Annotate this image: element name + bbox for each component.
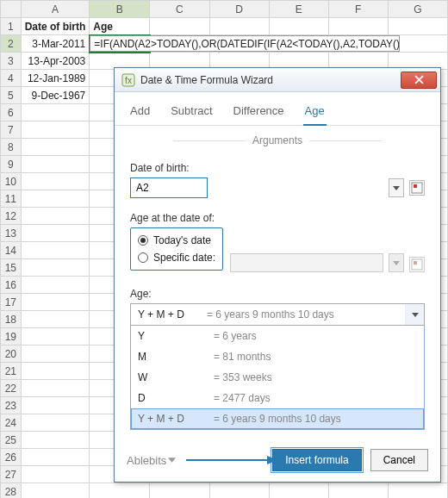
dob-dropdown-arrow[interactable] bbox=[389, 178, 404, 197]
cell-F1[interactable] bbox=[328, 18, 388, 35]
row-header-21[interactable]: 21 bbox=[1, 363, 22, 380]
formula-edit-overlay[interactable]: =IF(AND(A2>TODAY(),OR(DATEDIF(IF(A2<TODA… bbox=[90, 35, 400, 52]
dialog-footer: Ablebits Insert formula Cancel bbox=[115, 440, 440, 482]
chevron-down-icon bbox=[393, 186, 400, 190]
combo-value: Y + M + D bbox=[131, 308, 207, 321]
cell-C1[interactable] bbox=[150, 18, 209, 35]
close-button[interactable] bbox=[401, 72, 437, 89]
row-header-14[interactable]: 14 bbox=[1, 242, 22, 259]
tab-age[interactable]: Age bbox=[303, 99, 327, 126]
specific-date-range-picker bbox=[409, 257, 425, 272]
row-header-18[interactable]: 18 bbox=[1, 311, 22, 328]
row-header-17[interactable]: 17 bbox=[1, 294, 22, 311]
radio-today-input[interactable] bbox=[138, 235, 148, 246]
radio-today[interactable]: Today's date bbox=[138, 232, 215, 249]
row-header-12[interactable]: 12 bbox=[1, 208, 22, 225]
age-format-label: Age: bbox=[130, 288, 425, 300]
row-header-10[interactable]: 10 bbox=[1, 173, 22, 190]
svg-text:fx: fx bbox=[125, 76, 132, 85]
row-header-2[interactable]: 2 bbox=[1, 35, 22, 53]
svg-rect-3 bbox=[414, 184, 417, 188]
dropdown-item-y[interactable]: Y = 6 years bbox=[131, 326, 424, 346]
specific-date-input bbox=[230, 253, 383, 272]
cell-A1[interactable]: Date of birth bbox=[21, 18, 90, 35]
row-header-5[interactable]: 5 bbox=[1, 87, 22, 104]
insert-formula-button[interactable]: Insert formula bbox=[272, 449, 361, 471]
row-header-4[interactable]: 4 bbox=[1, 70, 22, 87]
annotation-arrow bbox=[184, 454, 264, 466]
dob-label: Date of birth: bbox=[130, 162, 425, 174]
radio-today-label: Today's date bbox=[153, 234, 211, 246]
formula-wizard-dialog: fx Date & Time Formula Wizard Add Subtra… bbox=[114, 67, 441, 482]
wizard-tabs: Add Subtract Difference Age bbox=[115, 92, 440, 126]
radio-specific-label: Specific date: bbox=[153, 252, 215, 264]
range-select-icon bbox=[411, 182, 423, 194]
radio-specific[interactable]: Specific date: bbox=[138, 249, 215, 266]
col-header-C[interactable]: C bbox=[150, 1, 209, 18]
tab-difference[interactable]: Difference bbox=[232, 99, 286, 125]
row-header-7[interactable]: 7 bbox=[1, 121, 22, 139]
row-header-24[interactable]: 24 bbox=[1, 414, 22, 432]
age-format-dropdown: Y = 6 years M = 81 months W = 353 weeks … bbox=[130, 326, 425, 430]
svg-rect-5 bbox=[414, 261, 417, 265]
row-header-3[interactable]: 3 bbox=[1, 53, 22, 70]
row-header-8[interactable]: 8 bbox=[1, 139, 22, 156]
row-header-13[interactable]: 13 bbox=[1, 225, 22, 242]
cell-A2[interactable]: 3-Mar-2011 bbox=[21, 35, 90, 53]
row-header-15[interactable]: 15 bbox=[1, 259, 22, 277]
arguments-heading: Arguments bbox=[166, 134, 389, 146]
dropdown-item-ymd[interactable]: Y + M + D = 6 years 9 months 10 days bbox=[131, 408, 424, 429]
combo-hint: = 6 years 9 months 10 days bbox=[207, 308, 405, 321]
wizard-icon: fx bbox=[121, 73, 135, 87]
col-header-A[interactable]: A bbox=[21, 1, 90, 18]
row-header-20[interactable]: 20 bbox=[1, 345, 22, 363]
col-header-D[interactable]: D bbox=[209, 1, 269, 18]
dob-range-picker[interactable] bbox=[409, 180, 425, 196]
cell-B2[interactable]: =IF(AND(A2>TODAY(),OR(DATEDIF(IF(A2<TODA… bbox=[90, 35, 150, 53]
specific-date-dropdown bbox=[389, 253, 404, 272]
row-header-26[interactable]: 26 bbox=[1, 449, 22, 466]
chevron-down-icon bbox=[412, 313, 419, 317]
row-header-25[interactable]: 25 bbox=[1, 432, 22, 449]
row-header-1[interactable]: 1 bbox=[1, 18, 22, 35]
row-header-23[interactable]: 23 bbox=[1, 397, 22, 414]
tab-add[interactable]: Add bbox=[128, 99, 152, 125]
dropdown-item-d[interactable]: D = 2477 days bbox=[131, 388, 424, 408]
cell-A4[interactable]: 12-Jan-1989 bbox=[21, 70, 90, 87]
age-at-label: Age at the date of: bbox=[130, 212, 425, 224]
radio-specific-input[interactable] bbox=[138, 252, 148, 263]
cell-A5[interactable]: 9-Dec-1967 bbox=[21, 87, 90, 104]
cancel-button[interactable]: Cancel bbox=[370, 449, 428, 471]
cell-G1[interactable] bbox=[388, 18, 447, 35]
col-header-B[interactable]: B bbox=[90, 1, 150, 18]
dropdown-item-w[interactable]: W = 353 weeks bbox=[131, 367, 424, 388]
row-header-11[interactable]: 11 bbox=[1, 190, 22, 208]
row-header-28[interactable]: 28 bbox=[1, 483, 22, 499]
row-header-9[interactable]: 9 bbox=[1, 156, 22, 173]
row-header-19[interactable]: 19 bbox=[1, 328, 22, 345]
cell-D1[interactable] bbox=[209, 18, 269, 35]
row-header-6[interactable]: 6 bbox=[1, 104, 22, 121]
col-header-E[interactable]: E bbox=[269, 1, 328, 18]
row-header-27[interactable]: 27 bbox=[1, 466, 22, 483]
chevron-down-icon bbox=[168, 458, 176, 463]
range-select-icon bbox=[411, 258, 423, 271]
col-header-F[interactable]: F bbox=[328, 1, 388, 18]
combo-arrow[interactable] bbox=[405, 304, 424, 325]
row-header-16[interactable]: 16 bbox=[1, 277, 22, 294]
dialog-title: Date & Time Formula Wizard bbox=[140, 74, 401, 86]
cell-E1[interactable] bbox=[269, 18, 328, 35]
dob-input[interactable] bbox=[130, 177, 208, 198]
row-header-22[interactable]: 22 bbox=[1, 380, 22, 397]
brand-label[interactable]: Ablebits bbox=[127, 454, 176, 467]
close-icon bbox=[414, 75, 424, 84]
cell-B1[interactable]: Age bbox=[90, 18, 150, 35]
chevron-down-icon bbox=[393, 261, 400, 265]
cell-A3[interactable]: 13-Apr-2003 bbox=[21, 53, 90, 70]
select-all-corner[interactable] bbox=[1, 1, 22, 18]
tab-subtract[interactable]: Subtract bbox=[169, 99, 214, 125]
col-header-G[interactable]: G bbox=[388, 1, 447, 18]
dialog-titlebar[interactable]: fx Date & Time Formula Wizard bbox=[115, 68, 440, 92]
age-format-combo[interactable]: Y + M + D = 6 years 9 months 10 days bbox=[130, 303, 425, 326]
dropdown-item-m[interactable]: M = 81 months bbox=[131, 346, 424, 367]
